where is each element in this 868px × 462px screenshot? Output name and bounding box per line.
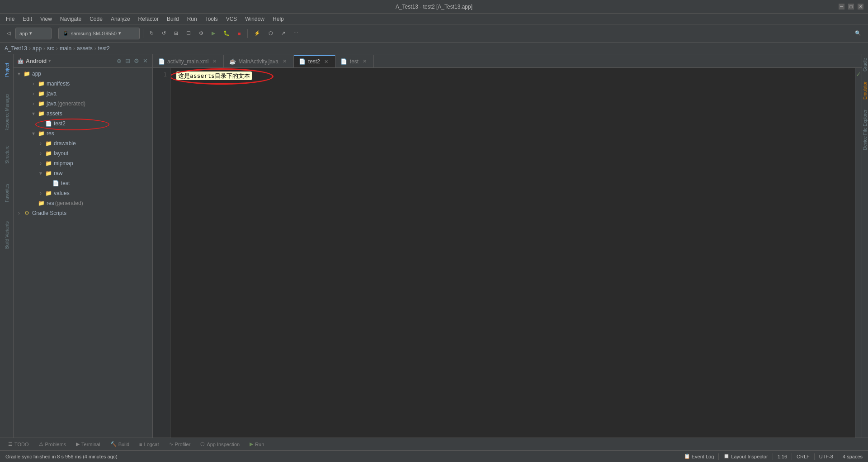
tree-item-layout[interactable]: › 📁 layout — [14, 148, 152, 158]
more-button[interactable]: ⋯ — [290, 28, 302, 39]
breadcrumb-assets[interactable]: assets — [77, 45, 93, 52]
tree-item-java-generated[interactable]: › 📁 java (generated) — [14, 99, 152, 109]
bottom-tab-terminal[interactable]: ▶ Terminal — [71, 439, 105, 450]
left-icon-project[interactable]: Project — [1, 56, 12, 83]
menu-build[interactable]: Build — [163, 15, 183, 23]
expand-values[interactable]: › — [37, 190, 44, 196]
sdk-button[interactable]: ⚙ — [196, 28, 207, 39]
sync-button2[interactable]: ↺ — [159, 28, 169, 39]
tree-item-mipmap[interactable]: › 📁 mipmap — [14, 158, 152, 168]
app-selector[interactable]: app ▾ — [15, 28, 52, 39]
minimize-button[interactable]: ─ — [839, 4, 844, 10]
breadcrumb-app[interactable]: app — [33, 45, 42, 52]
bottom-tab-profiler[interactable]: ∿ Profiler — [165, 439, 195, 450]
bottom-tab-appinspection[interactable]: ⬡ App Inspection — [196, 439, 244, 450]
panel-icon-collapse[interactable]: ⊟ — [124, 57, 131, 65]
device-selector[interactable]: 📱 samsung SM-G9550 ▾ — [58, 28, 140, 39]
window-controls[interactable]: ─ □ ✕ — [839, 4, 863, 10]
expand-raw[interactable]: ▾ — [37, 170, 44, 176]
tree-item-test[interactable]: › 📄 test — [14, 178, 152, 188]
maximize-button[interactable]: □ — [848, 4, 854, 10]
menu-vcs[interactable]: VCS — [222, 15, 241, 23]
tree-item-res[interactable]: ▾ 📁 res — [14, 129, 152, 138]
menu-code[interactable]: Code — [86, 15, 106, 23]
menu-edit[interactable]: Edit — [19, 15, 36, 23]
tree-item-raw[interactable]: ▾ 📁 raw — [14, 168, 152, 178]
left-icon-resource[interactable]: Resource Manager — [1, 94, 12, 130]
stop-button[interactable]: ■ — [235, 28, 244, 39]
expand-layout[interactable]: › — [37, 150, 44, 157]
profile-button[interactable]: ⚡ — [251, 28, 264, 39]
bottom-tab-problems[interactable]: ⚠ Problems — [34, 439, 71, 450]
expand-res[interactable]: ▾ — [30, 130, 37, 137]
menu-view[interactable]: View — [37, 15, 56, 23]
menu-analyze[interactable]: Analyze — [107, 15, 134, 23]
layout-button[interactable]: ⊞ — [171, 28, 181, 39]
tab-close-mainactivity[interactable]: ✕ — [281, 58, 288, 65]
status-layout-inspector[interactable]: 🔲 Layout Inspector — [722, 452, 769, 460]
menu-file[interactable]: File — [2, 15, 18, 23]
search-button[interactable]: 🔍 — [852, 28, 864, 39]
panel-icon-locate[interactable]: ⊕ — [116, 57, 123, 65]
left-icon-buildvariants[interactable]: Build Variants — [1, 217, 12, 253]
tab-activity-main[interactable]: 📄 activity_main.xml ✕ — [153, 55, 224, 67]
breadcrumb-src[interactable]: src — [47, 45, 54, 52]
share-button[interactable]: ↗ — [278, 28, 288, 39]
expand-java[interactable]: › — [30, 90, 37, 97]
bottom-tab-logcat[interactable]: ≡ Logcat — [135, 439, 163, 450]
expand-gradle[interactable]: › — [15, 210, 23, 216]
tree-item-app[interactable]: ▾ 📁 app — [14, 69, 152, 79]
tab-test[interactable]: 📄 test ✕ — [335, 55, 374, 67]
tree-item-drawable[interactable]: › 📁 drawable — [14, 138, 152, 148]
attach-button[interactable]: ⬡ — [265, 28, 276, 39]
menu-tools[interactable]: Tools — [202, 15, 222, 23]
menu-refactor[interactable]: Refactor — [135, 15, 162, 23]
debug-button[interactable]: 🐛 — [220, 28, 233, 39]
tree-item-res-generated[interactable]: › 📁 res (generated) — [14, 198, 152, 208]
back-button[interactable]: ◁ — [4, 28, 14, 39]
status-position[interactable]: 1:16 — [776, 453, 789, 460]
avd-button[interactable]: ☐ — [183, 28, 194, 39]
expand-manifests[interactable]: › — [30, 81, 37, 87]
status-line-ending[interactable]: CRLF — [795, 453, 811, 460]
status-indent[interactable]: 4 spaces — [841, 453, 864, 460]
menu-run[interactable]: Run — [184, 15, 201, 23]
tree-item-gradle[interactable]: › ⚙ Gradle Scripts — [14, 208, 152, 218]
left-icon-structure[interactable]: Structure — [1, 141, 12, 168]
breadcrumb-project[interactable]: A_Test13 — [5, 45, 27, 52]
run-button[interactable]: ▶ — [208, 28, 218, 39]
panel-icon-close[interactable]: ✕ — [142, 57, 149, 65]
sync-button[interactable]: ↻ — [146, 28, 157, 39]
code-area[interactable]: 这是asserts目录下的文本 — [171, 68, 855, 438]
expand-mipmap[interactable]: › — [37, 160, 44, 167]
expand-assets[interactable]: ▾ — [30, 110, 37, 117]
menu-help[interactable]: Help — [269, 15, 288, 23]
menu-navigate[interactable]: Navigate — [57, 15, 85, 23]
tab-close-activity[interactable]: ✕ — [211, 58, 218, 65]
expand-drawable[interactable]: › — [37, 140, 44, 147]
menu-window[interactable]: Window — [241, 15, 268, 23]
right-sidebar-emulator[interactable]: Emulator — [863, 80, 868, 101]
expand-app[interactable]: ▾ — [15, 71, 23, 77]
left-icon-favorites[interactable]: Favorites — [1, 179, 12, 206]
tab-close-test2[interactable]: ✕ — [323, 58, 330, 65]
tab-mainactivity[interactable]: ☕ MainActivity.java ✕ — [224, 55, 293, 67]
breadcrumb-test2[interactable]: test2 — [98, 45, 110, 52]
bottom-tab-build[interactable]: 🔨 Build — [106, 439, 134, 450]
expand-java-gen[interactable]: › — [30, 100, 37, 107]
status-encoding[interactable]: UTF-8 — [817, 453, 835, 460]
tree-item-test2[interactable]: › 📄 test2 — [14, 119, 152, 129]
right-sidebar-device-file[interactable]: Device File Explorer — [863, 108, 868, 152]
tree-item-assets[interactable]: ▾ 📁 assets — [14, 109, 152, 119]
panel-icon-settings[interactable]: ⚙ — [133, 57, 140, 65]
bottom-tab-todo[interactable]: ☰ TODO — [4, 439, 33, 450]
tree-item-manifests[interactable]: › 📁 manifests — [14, 79, 152, 89]
breadcrumb-main[interactable]: main — [60, 45, 71, 52]
tab-test2[interactable]: 📄 test2 ✕ — [294, 55, 335, 67]
tree-item-values[interactable]: › 📁 values — [14, 188, 152, 198]
panel-dropdown-arrow[interactable]: ▾ — [48, 58, 51, 64]
close-button[interactable]: ✕ — [858, 4, 863, 10]
tab-close-test[interactable]: ✕ — [361, 58, 368, 65]
status-event-log[interactable]: 📋 Event Log — [682, 452, 716, 460]
right-sidebar-gradle[interactable]: Gradle — [863, 56, 868, 73]
